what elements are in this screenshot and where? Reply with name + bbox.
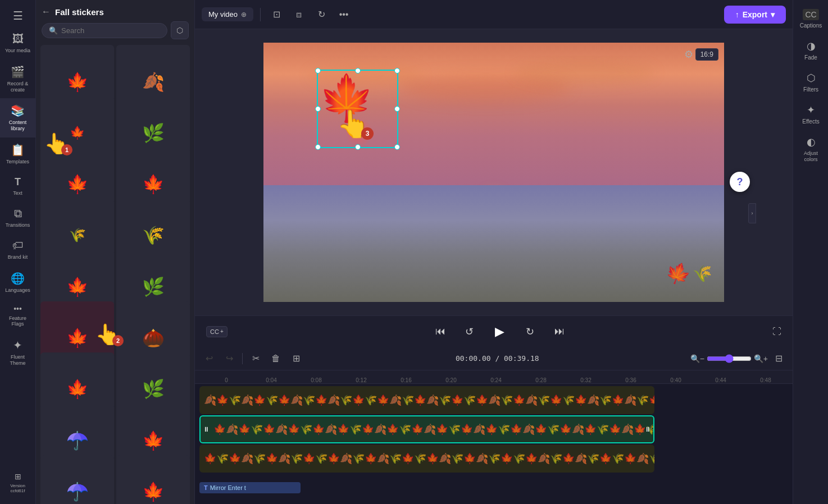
sticker-cell-17[interactable]: 🍁 [116, 455, 190, 504]
top-toolbar: My video ⊕ ⊡ ⧈ ↻ ••• ↑ Export ▾ [195, 0, 793, 29]
sidebar-item-fluent[interactable]: ✦ FluentTheme [0, 333, 35, 372]
zoom-in-button[interactable]: 🔍+ [754, 354, 768, 363]
delete-button[interactable]: 🗑 [267, 350, 284, 367]
captions-label: Captions [800, 22, 822, 29]
export-label: Export [743, 10, 767, 19]
resize-button[interactable]: ⧈ [290, 6, 308, 24]
sticker-emoji-10: 🍁 [66, 327, 89, 349]
your-media-icon: 🖼 [12, 33, 24, 45]
playback-bar: CC + ⏮ ↺ ▶ ↻ ⏭ ⛶ [195, 315, 793, 347]
right-tool-effects[interactable]: ✦ Effects [795, 99, 827, 129]
search-box: 🔍 [42, 23, 167, 38]
sticker-emoji-7: 🌾 [142, 224, 165, 246]
favorites-button[interactable]: ⬡ [171, 21, 189, 39]
redo-button[interactable]: ↪ [221, 350, 238, 367]
skip-end-button[interactable]: ⏭ [549, 322, 570, 342]
effects-label: Effects [802, 118, 819, 125]
back-icon: ← [42, 7, 51, 17]
right-tool-adjust-colors[interactable]: ◐ Adjustcolors [795, 131, 827, 167]
zoom-controls: 🔍− 🔍+ ⊟ [690, 350, 787, 367]
zoom-out-button[interactable]: 🔍− [690, 354, 704, 363]
crop-button[interactable]: ⊡ [267, 6, 285, 24]
rotate-button[interactable]: ↻ [312, 6, 330, 24]
content-icon: 📚 [11, 104, 25, 117]
sidebar-item-transitions[interactable]: ⧉ Transitions [0, 201, 35, 233]
help-button[interactable]: ? [730, 172, 750, 192]
sticker-panel: ← Fall stickers 🔍 ⬡ 🍁 🍂 🍁 🌿 🍁 [36, 0, 195, 504]
sidebar-item-brand[interactable]: 🏷 Brand kit [0, 233, 35, 266]
aspect-ratio-badge[interactable]: 16:9 [695, 48, 718, 61]
sidebar-label-brand: Brand kit [8, 254, 28, 260]
ruler-mark-2: 0:08 [294, 377, 339, 383]
cc-button[interactable]: CC + [206, 326, 228, 337]
tl-sep-1 [242, 353, 243, 364]
playback-center: ⏮ ↺ ▶ ↻ ⏭ [430, 320, 570, 343]
fullscreen-button[interactable]: ⛶ [772, 327, 781, 337]
sidebar-item-templates[interactable]: 📋 Templates [0, 138, 35, 171]
sidebar-label-languages: Languages [5, 287, 30, 293]
track-row-1: 🍂🍁🌾🍂🍁🌾🍁🍂🌾🍁🍂🌾🍁🌾🍁🍂🌾🍁🍂🌾🍁🌾🍁🍂🌾🍁🍂🌾🍁🌾🍁🍂🌾🍁🍂🌾🍁🌾🍁🍂… [199, 386, 788, 414]
skip-back-icon: ⏮ [435, 326, 445, 337]
forward-5-button[interactable]: ↻ [520, 322, 540, 342]
ruler-mark-9: 0:36 [608, 377, 653, 383]
menu-button[interactable]: ☰ [8, 4, 28, 27]
export-button[interactable]: ↑ Export ▾ [724, 6, 786, 24]
filters-label: Filters [803, 86, 818, 93]
right-tool-fade[interactable]: ◑ Fade [795, 35, 827, 65]
sticker-emoji-5: 🍁 [142, 173, 165, 195]
track-sticker-top[interactable]: 🍂🍁🌾🍂🍁🌾🍁🍂🌾🍁🍂🌾🍁🌾🍁🍂🌾🍁🍂🌾🍁🌾🍁🍂🌾🍁🍂🌾🍁🌾🍁🍂🌾🍁🍂🌾🍁🌾🍁🍂… [199, 386, 654, 414]
sticker-emoji-6: 🌾 [69, 227, 86, 243]
track-video-main[interactable]: ⏸ 🍁🍂🍁🌾🍁🍂🍁🌾🍁🍂🍁🌾🍁🍂🍁🌾🍁🍂🍁🌾🍁🍂🍁🌾🍁🍂🍁🌾🍁🍂🍁🌾🍁🍂🍁🌾🍁🍂… [199, 415, 654, 443]
video-title-tab[interactable]: My video ⊕ [202, 7, 253, 21]
more-button[interactable]: ••• [335, 6, 353, 24]
video-canvas[interactable]: 🍁 🍁 🌾 ⚙ 16:9 [263, 43, 724, 302]
track-leaves-1: 🍂🍁🌾🍂🍁🌾🍁🍂🌾🍁🍂🌾🍁🌾🍁🍂🌾🍁🍂🌾🍁🌾🍁🍂🌾🍁🍂🌾🍁🌾🍁🍂🌾🍁🍂🌾🍁🌾🍁🍂… [199, 394, 654, 406]
ruler-mark-3: 0:12 [339, 377, 384, 383]
main-area: My video ⊕ ⊡ ⧈ ↻ ••• ↑ Export ▾ [195, 0, 793, 504]
fullscreen-icon: ⛶ [772, 327, 781, 336]
ruler-inner: 0 0:04 0:08 0:12 0:16 0:20 0:24 0:28 0:3… [199, 370, 788, 383]
sidebar-item-your-media[interactable]: 🖼 Your media [0, 27, 35, 59]
fade-label: Fade [804, 54, 817, 61]
play-icon: ▶ [495, 324, 504, 339]
sidebar-item-content[interactable]: 📚 Contentlibrary [0, 98, 35, 138]
text-track-label: Mirror Enter t [210, 484, 246, 491]
settings-icon[interactable]: ⚙ [684, 48, 693, 61]
clouds [263, 56, 724, 146]
sidebar-label-transitions: Transitions [6, 222, 30, 228]
right-tool-filters[interactable]: ⬡ Filters [795, 67, 827, 97]
track-text-mirror[interactable]: T Mirror Enter t [199, 482, 301, 493]
right-panel-collapse[interactable]: › [748, 203, 756, 223]
video-title-text: My video [208, 10, 238, 19]
track-sticker-mid[interactable]: 🍁🌾🍁🍂🌾🍁🍂🌾🍁🌾🍁🍂🌾🍁🍂🌾🍁🌾🍁🍂🌾🍁🍂🌾🍁🌾🍁🍂🌾🍁🍂🌾🍁🌾🍁🍂🌾🍁🍂🌾… [199, 445, 654, 473]
cut-button[interactable]: ✂ [247, 350, 264, 367]
right-tool-captions[interactable]: CC Captions [795, 4, 827, 33]
add-track-button[interactable]: ⊞ [288, 350, 304, 367]
sidebar-item-languages[interactable]: 🌐 Languages [0, 266, 35, 299]
sidebar-item-record[interactable]: 🎬 Record & create [0, 59, 35, 99]
back-button[interactable]: ← [42, 7, 51, 17]
fluent-icon: ✦ [13, 338, 22, 352]
ruler-mark-0: 0 [204, 377, 249, 383]
sidebar-item-version: ⊞ Versionccfd61f [0, 466, 35, 500]
sidebar-item-feature-flags[interactable]: ••• FeatureFlags [0, 299, 35, 333]
sidebar-label-record: Record & create [2, 81, 33, 93]
right-sidebar: CC Captions ◑ Fade ⬡ Filters ✦ Effects ◐… [793, 0, 828, 504]
fit-button[interactable]: ⊟ [770, 350, 787, 367]
undo-button[interactable]: ↩ [201, 350, 217, 367]
sidebar-label-text: Text [13, 190, 22, 196]
languages-icon: 🌐 [11, 272, 25, 285]
search-input[interactable] [61, 26, 160, 35]
sticker-emoji-8: 🍁 [66, 276, 89, 297]
skip-end-icon: ⏭ [554, 326, 565, 337]
sidebar-label-feature-flags: FeatureFlags [9, 315, 26, 328]
transitions-icon: ⧉ [14, 207, 22, 220]
sidebar-item-text[interactable]: T Text [0, 171, 35, 201]
ruler-mark-8: 0:32 [563, 377, 608, 383]
skip-back-button[interactable]: ⏮ [430, 322, 451, 342]
track-row-4: T Mirror Enter t [199, 474, 788, 502]
sticker-cell-16[interactable]: ☂️ [40, 455, 114, 504]
rewind-5-button[interactable]: ↺ [460, 322, 480, 342]
zoom-slider[interactable] [707, 354, 752, 363]
play-button[interactable]: ▶ [489, 320, 511, 343]
